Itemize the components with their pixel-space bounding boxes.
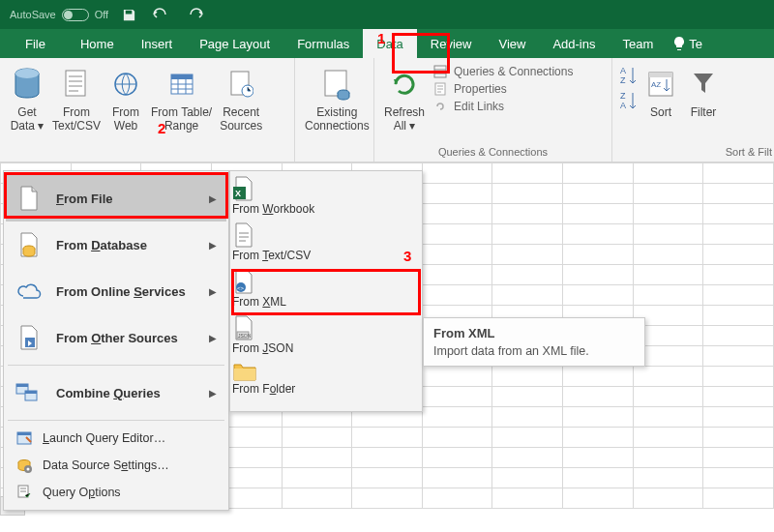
- ec-group-label: [295, 144, 373, 162]
- bulb-icon: [672, 36, 686, 51]
- submenu-workbook-label: From Workbook: [232, 202, 314, 216]
- svg-text:<>: <>: [237, 285, 245, 291]
- qc-group-label: Queries & Connections: [374, 144, 611, 162]
- save-icon[interactable]: [122, 8, 136, 22]
- workbook-icon: X: [232, 175, 420, 202]
- sort-za-icon[interactable]: ZA: [620, 89, 638, 112]
- svg-rect-17: [649, 73, 672, 77]
- qc-icon: [432, 64, 448, 79]
- svg-text:JSON: JSON: [238, 333, 252, 339]
- svg-rect-2: [66, 71, 85, 96]
- tab-review[interactable]: Review: [417, 29, 486, 58]
- tab-add-ins[interactable]: Add-ins: [539, 29, 609, 58]
- menu-launch-editor-label: Launch Query Editor…: [43, 431, 217, 445]
- svg-rect-24: [25, 391, 37, 394]
- from-text-csv-button[interactable]: From Text/CSV: [48, 62, 104, 135]
- menu-from-online[interactable]: From Online Services ▶: [6, 268, 226, 314]
- recent-label: Recent Sources: [220, 106, 262, 133]
- from-web-button[interactable]: From Web: [104, 62, 147, 135]
- get-data-menu: From File ▶ From Database ▶ From Online …: [3, 170, 229, 511]
- refresh-label: Refresh All ▾: [384, 106, 425, 133]
- menu-from-file[interactable]: From File ▶: [6, 175, 226, 222]
- submenu-from-workbook[interactable]: X From Workbook: [232, 175, 420, 222]
- ribbon: Get Data ▾ From Text/CSV From Web From T…: [0, 58, 774, 163]
- redo-icon[interactable]: [185, 8, 206, 21]
- svg-text:X: X: [235, 189, 241, 198]
- sort-button[interactable]: AZ Sort: [640, 62, 682, 122]
- qc-label: Queries & Connections: [454, 65, 573, 78]
- svg-point-29: [27, 468, 30, 471]
- text-csv-icon: [59, 64, 94, 104]
- existing-connections-button[interactable]: Existing Connections: [301, 62, 373, 135]
- menu-from-other[interactable]: From Other Sources ▶: [6, 314, 226, 361]
- edit-links-button[interactable]: Edit Links: [432, 99, 573, 114]
- menu-launch-editor[interactable]: Launch Query Editor…: [6, 425, 226, 452]
- svg-rect-10: [434, 66, 446, 77]
- titlebar: AutoSave Off: [0, 0, 774, 29]
- undo-icon[interactable]: [150, 8, 171, 21]
- existing-connections-label: Existing Connections: [305, 106, 370, 133]
- submenu-from-folder[interactable]: From Folder: [232, 361, 420, 407]
- tab-team[interactable]: Team: [609, 29, 667, 58]
- from-table-range-button[interactable]: From Table/ Range: [147, 62, 216, 135]
- menu-query-options[interactable]: Query Options: [6, 479, 226, 506]
- tab-insert[interactable]: Insert: [128, 29, 187, 58]
- submenu-from-xml[interactable]: <> From XML: [232, 268, 420, 314]
- svg-text:A: A: [620, 101, 626, 110]
- submenu-textcsv-label: From Text/CSV: [232, 249, 311, 262]
- edit-links-icon: [432, 99, 448, 114]
- get-data-button[interactable]: Get Data ▾: [6, 62, 48, 135]
- menu-from-other-label: From Other Sources: [56, 331, 195, 345]
- database-icon: [15, 231, 43, 258]
- menu-from-database-label: From Database: [56, 238, 195, 252]
- settings-icon: [15, 457, 33, 474]
- web-icon: [108, 64, 143, 104]
- menu-data-source-settings[interactable]: Data Source Settings…: [6, 452, 226, 479]
- menu-dss-label: Data Source Settings…: [43, 458, 217, 472]
- sort-filter-group-label: Sort & Filt: [612, 144, 774, 162]
- svg-text:AZ: AZ: [651, 80, 661, 89]
- tooltip-title: From XML: [433, 326, 635, 340]
- recent-icon: [223, 64, 258, 104]
- xml-icon: <>: [232, 268, 420, 295]
- svg-rect-23: [16, 384, 28, 387]
- tab-formulas[interactable]: Formulas: [283, 29, 363, 58]
- refresh-icon: [387, 64, 422, 104]
- chevron-right-icon: ▶: [209, 333, 217, 343]
- menu-query-options-label: Query Options: [43, 486, 217, 499]
- other-sources-icon: [15, 324, 43, 351]
- existing-connections-icon: [319, 64, 354, 104]
- menu-combine-queries[interactable]: Combine Queries ▶: [6, 369, 226, 416]
- svg-text:Z: Z: [620, 75, 626, 85]
- tab-data[interactable]: Data: [363, 29, 416, 58]
- svg-rect-26: [17, 432, 31, 435]
- tell-me[interactable]: Te: [667, 29, 708, 58]
- filter-button[interactable]: Filter: [682, 62, 725, 122]
- submenu-xml-label: From XML: [232, 295, 286, 309]
- svg-text:A: A: [620, 66, 626, 75]
- svg-rect-5: [171, 74, 193, 79]
- submenu-from-text-csv[interactable]: From Text/CSV: [232, 222, 420, 268]
- autosave-state: Off: [95, 9, 108, 20]
- menu-from-database[interactable]: From Database ▶: [6, 222, 226, 268]
- refresh-all-button[interactable]: Refresh All ▾: [380, 62, 429, 135]
- autosave-toggle[interactable]: AutoSave Off: [10, 9, 108, 21]
- chevron-right-icon: ▶: [209, 193, 217, 204]
- tab-view[interactable]: View: [485, 29, 539, 58]
- tab-file[interactable]: File: [12, 29, 59, 58]
- tell-me-label: Te: [689, 37, 702, 51]
- tab-page-layout[interactable]: Page Layout: [186, 29, 283, 58]
- recent-sources-button[interactable]: Recent Sources: [216, 62, 266, 135]
- sort-icon: AZ: [643, 64, 678, 104]
- submenu-folder-label: From Folder: [232, 382, 295, 396]
- separator: [8, 365, 224, 366]
- sort-az-icon[interactable]: AZ: [620, 64, 638, 87]
- submenu-from-json[interactable]: JSON From JSON: [232, 314, 420, 361]
- tab-home[interactable]: Home: [67, 29, 128, 58]
- web-label: From Web: [112, 106, 139, 133]
- properties-icon: [432, 81, 448, 97]
- queries-connections-button[interactable]: Queries & Connections: [432, 64, 573, 79]
- edit-links-label: Edit Links: [454, 100, 504, 113]
- properties-button[interactable]: Properties: [432, 81, 573, 97]
- json-icon: JSON: [232, 314, 420, 341]
